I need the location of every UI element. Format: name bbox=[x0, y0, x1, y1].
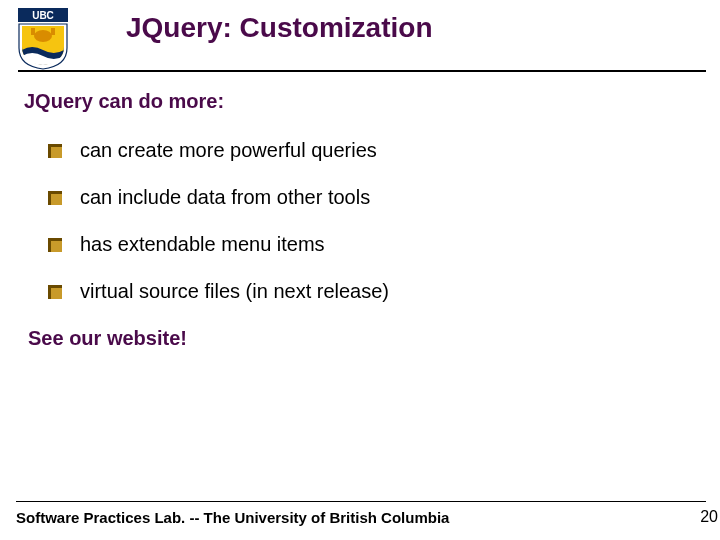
list-item: has extendable menu items bbox=[48, 233, 720, 256]
svg-rect-4 bbox=[51, 28, 55, 35]
subheading: JQuery can do more: bbox=[24, 90, 720, 113]
page-title: JQuery: Customization bbox=[126, 12, 720, 44]
svg-rect-12 bbox=[51, 288, 62, 299]
list-item-text: can include data from other tools bbox=[80, 186, 370, 209]
svg-rect-3 bbox=[31, 28, 35, 35]
bullet-icon bbox=[48, 144, 62, 158]
footer-divider bbox=[16, 501, 706, 502]
page-number: 20 bbox=[700, 508, 718, 526]
list-item-text: has extendable menu items bbox=[80, 233, 325, 256]
svg-rect-8 bbox=[51, 194, 62, 205]
bullet-list: can create more powerful queries can inc… bbox=[48, 139, 720, 303]
see-website: See our website! bbox=[28, 327, 720, 350]
title-wrap: JQuery: Customization bbox=[86, 8, 720, 50]
svg-rect-10 bbox=[51, 241, 62, 252]
bullet-icon bbox=[48, 285, 62, 299]
ubc-logo-icon: UBC bbox=[18, 8, 68, 70]
bullet-icon bbox=[48, 238, 62, 252]
svg-rect-6 bbox=[51, 147, 62, 158]
list-item: virtual source files (in next release) bbox=[48, 280, 720, 303]
footer-text: Software Practices Lab. -- The Universit… bbox=[16, 509, 449, 526]
list-item-text: can create more powerful queries bbox=[80, 139, 377, 162]
header-divider bbox=[18, 70, 706, 72]
svg-point-2 bbox=[34, 30, 52, 42]
bullet-icon bbox=[48, 191, 62, 205]
header: UBC JQuery: Customization bbox=[0, 0, 720, 70]
list-item: can include data from other tools bbox=[48, 186, 720, 209]
footer: Software Practices Lab. -- The Universit… bbox=[0, 501, 720, 526]
svg-text:UBC: UBC bbox=[32, 10, 54, 21]
list-item: can create more powerful queries bbox=[48, 139, 720, 162]
list-item-text: virtual source files (in next release) bbox=[80, 280, 389, 303]
